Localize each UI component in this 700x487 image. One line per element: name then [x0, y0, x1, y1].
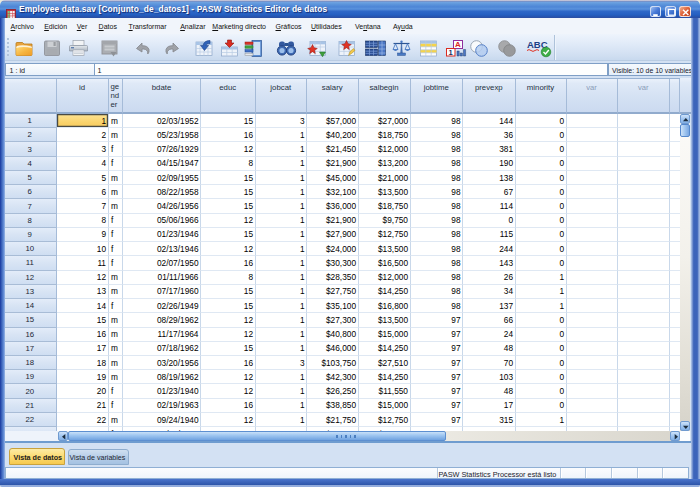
svg-text:1: 1: [449, 47, 453, 56]
svg-text:A: A: [455, 40, 461, 49]
